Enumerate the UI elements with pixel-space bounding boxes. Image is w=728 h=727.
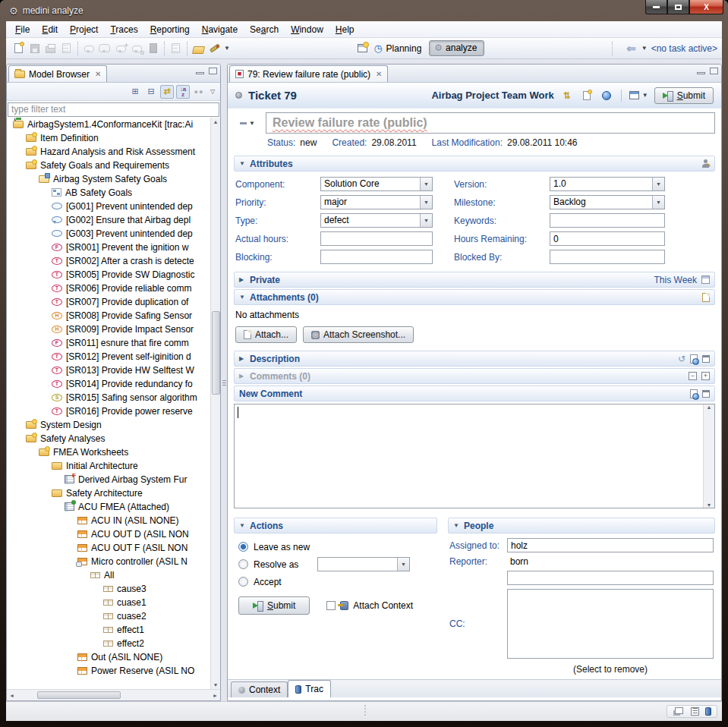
tree-item[interactable]: S[SR015] Safing sensor algorithm <box>7 391 210 404</box>
tree-item[interactable]: T[SR012] Prevent self-iginition d <box>7 350 210 364</box>
sort-alphabetical-icon[interactable]: ↓az <box>176 85 190 99</box>
highlighter-dropdown-icon[interactable]: ▼ <box>224 45 230 52</box>
tree-item[interactable]: ACU FMEA (Attached) <box>7 500 210 514</box>
section-people[interactable]: ▼ People <box>448 518 715 533</box>
planning-perspective-label[interactable]: Planning <box>386 43 422 54</box>
tree-item[interactable]: ACU OUT F (ASIL NON <box>7 541 210 555</box>
browser-preview-icon[interactable] <box>690 354 698 364</box>
back-arrow-icon[interactable]: ⇐ <box>626 44 636 53</box>
section-attachments[interactable]: ▼ Attachments (0) <box>234 289 715 305</box>
radio-accept[interactable] <box>238 577 248 587</box>
menu-file[interactable]: File <box>9 23 36 36</box>
log-icon[interactable]: ☰ <box>691 707 699 716</box>
tree-vertical-scrollbar[interactable]: ▲ ▼ <box>210 118 220 690</box>
tree-item[interactable]: H[SR009] Provide Impact Sensor <box>7 323 210 336</box>
tree-item[interactable]: System Design <box>7 418 210 432</box>
tree-item[interactable]: Derived Airbag System Fur <box>7 473 210 486</box>
maximize-button[interactable] <box>667 0 689 14</box>
tree-item[interactable]: cause3 <box>7 582 210 596</box>
windows-icon[interactable] <box>675 707 683 714</box>
section-description[interactable]: ▶ Description ↺ <box>234 351 715 367</box>
collapse-all-icon[interactable]: ⊟ <box>144 85 158 99</box>
summary-tools[interactable]: ▼ <box>234 120 261 127</box>
tree-item[interactable]: effect1 <box>7 623 210 637</box>
minimize-button[interactable] <box>645 0 667 14</box>
tree-item[interactable]: [G001] Prevent unintended dep <box>7 200 210 213</box>
close-tab-icon[interactable]: ✕ <box>376 70 382 78</box>
tree-item[interactable]: F[SR011] esnure that fire comm <box>7 336 210 350</box>
synchronize-icon[interactable]: ⇅ <box>560 89 574 102</box>
menu-help[interactable]: Help <box>329 23 361 36</box>
highlighter-icon[interactable] <box>206 40 222 56</box>
maximize-editor-icon[interactable] <box>710 68 718 74</box>
assigned-to-input[interactable] <box>507 538 714 552</box>
attach-screenshot-button[interactable]: ◎ Attach Screenshot... <box>303 326 414 343</box>
new-task-icon[interactable] <box>580 89 594 102</box>
tree-item[interactable]: Initial Architecture <box>7 459 210 473</box>
browser-preview-icon[interactable] <box>690 389 698 398</box>
attachment-page-icon[interactable] <box>702 293 710 302</box>
tree-item[interactable]: Safety Analyses <box>7 432 210 445</box>
section-arrow-icon[interactable]: ▼ <box>239 522 245 529</box>
summary-input[interactable]: Review failure rate (public) <box>266 112 715 134</box>
tree-item[interactable]: ACU IN (ASIL NONE) <box>7 514 210 527</box>
new-comment-textarea[interactable]: ▲ ▼ <box>234 404 715 508</box>
tree-item[interactable]: T[SR005] Provide SW Diagnostic <box>7 268 210 282</box>
tree-item[interactable]: [G003] Prevent unintended dep <box>7 227 210 241</box>
tree-item[interactable]: T[SR007] Provide duplication of <box>7 295 210 309</box>
dropdown-arrow-icon[interactable]: ▼ <box>652 178 664 190</box>
tree-item[interactable]: Power Reserve (ASIL NO <box>7 664 210 678</box>
blocking-input[interactable] <box>320 250 433 264</box>
filter-input[interactable] <box>8 102 219 117</box>
tab-model-browser[interactable]: Model Browser ✕ <box>8 65 107 82</box>
comment-icon[interactable] <box>81 40 97 56</box>
scroll-thumb[interactable] <box>212 311 220 395</box>
link-with-editor-icon[interactable]: ⇄ <box>160 85 174 99</box>
open-in-browser-icon[interactable] <box>600 89 613 102</box>
blocked-by-input[interactable] <box>550 250 665 264</box>
radio-resolve-as[interactable] <box>238 559 248 569</box>
maximize-section-icon[interactable] <box>702 390 710 398</box>
tree-item[interactable]: ACU OUT D (ASIL NON <box>7 527 210 541</box>
report-icon[interactable] <box>58 40 74 56</box>
tree-item[interactable]: Airbag System Safety Goals <box>7 172 210 186</box>
tree-item[interactable]: F[SR001] Prevent the ignition w <box>7 241 210 254</box>
tree-item[interactable]: AB Safety Goals <box>7 186 210 200</box>
dropdown-icon[interactable]: ▼ <box>249 120 255 127</box>
submit-button[interactable]: Submit <box>238 596 310 615</box>
panel-sash[interactable] <box>221 64 227 701</box>
collapse-comments-icon[interactable]: − <box>689 372 697 380</box>
minimize-editor-icon[interactable] <box>697 72 705 74</box>
add-comment-icon[interactable]: + <box>113 40 129 56</box>
tree-item[interactable]: AirbagSystem1.4ConformanceKit [trac:Ai <box>7 118 210 131</box>
revert-icon[interactable]: ↺ <box>678 355 685 363</box>
minimize-view-icon[interactable] <box>196 72 204 74</box>
menu-reporting[interactable]: Reporting <box>144 23 196 36</box>
menu-search[interactable]: Search <box>244 23 285 36</box>
section-actions[interactable]: ▼ Actions <box>234 518 437 533</box>
scroll-left-icon[interactable]: ◄ <box>9 693 14 698</box>
open-folder-icon[interactable] <box>191 40 206 56</box>
dropdown-arrow-icon[interactable]: ▼ <box>397 558 409 571</box>
section-arrow-icon[interactable]: ▶ <box>239 355 245 362</box>
tree-item[interactable]: T[SR016] Provide power reserve <box>7 404 210 418</box>
section-arrow-icon[interactable]: ▼ <box>453 522 459 529</box>
bottom-tab-trac[interactable]: Trac <box>288 680 331 697</box>
repository-icon[interactable] <box>705 707 711 716</box>
cc-list[interactable] <box>507 589 714 659</box>
menu-window[interactable]: Window <box>285 23 329 36</box>
collapse-icon[interactable] <box>240 122 247 124</box>
milestone-select[interactable]: Backlog▼ <box>550 195 665 209</box>
tree-item[interactable]: cuase1 <box>7 596 210 609</box>
tree-item[interactable]: Hazard Analysis and Risk Assessment <box>7 145 210 159</box>
radio-leave-as-new[interactable] <box>238 542 248 552</box>
component-select[interactable]: Solution Core▼ <box>320 177 433 191</box>
layout-menu-icon[interactable]: ▼ <box>629 91 648 99</box>
tree-item[interactable]: effect2 <box>7 637 210 650</box>
open-perspective-icon[interactable] <box>355 40 370 56</box>
scroll-up-icon[interactable]: ▲ <box>707 404 712 410</box>
dropdown-arrow-icon[interactable]: ▼ <box>420 214 432 227</box>
edit-person-icon[interactable] <box>702 159 710 168</box>
tab-ticket-79[interactable]: ■ 79: Review failure rate (public) ✕ <box>229 65 388 82</box>
tree-item[interactable]: T[SR002] After a crash is detecte <box>7 254 210 268</box>
